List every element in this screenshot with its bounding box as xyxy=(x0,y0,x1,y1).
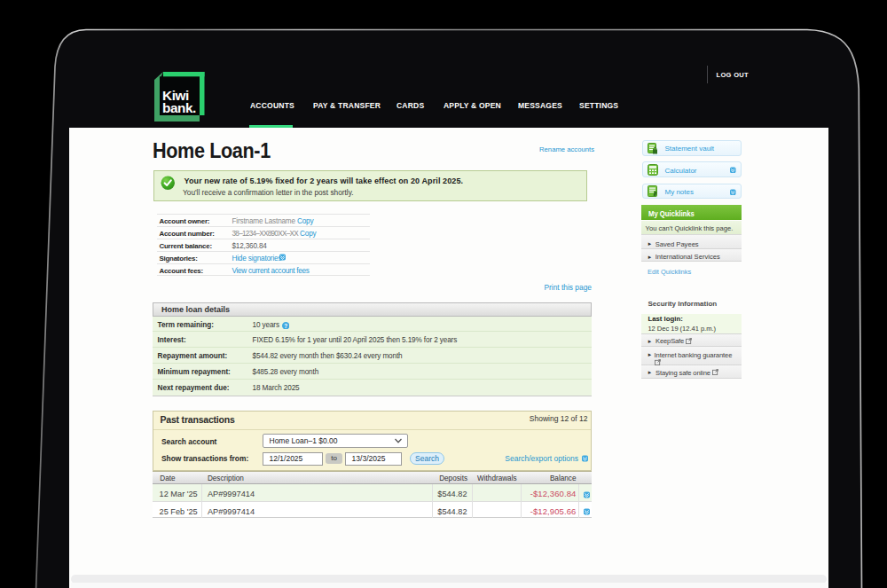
svg-text:bank.: bank. xyxy=(162,100,196,115)
svg-text:?: ? xyxy=(284,322,287,328)
